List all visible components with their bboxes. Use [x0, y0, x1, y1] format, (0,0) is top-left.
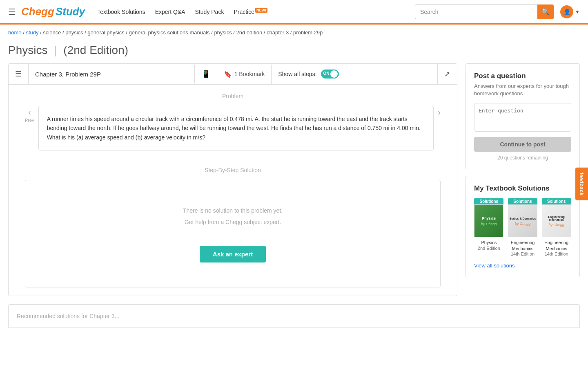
- chevron-down-icon: ▼: [575, 9, 580, 15]
- no-solution-line1: There is no solution to this problem yet…: [33, 205, 432, 216]
- sidebar: Post a question Answers from our experts…: [466, 63, 580, 277]
- view-all-solutions-link[interactable]: View all solutions: [474, 263, 514, 269]
- avatar: 👤: [560, 5, 573, 18]
- bottom-card-text: Recommended solutions for Chapter 3...: [17, 313, 571, 319]
- problem-text: A runner times his speed around a circul…: [38, 106, 434, 150]
- bottom-card: Recommended solutions for Chapter 3...: [8, 304, 580, 328]
- bookmark-count: 1 Bookmark: [234, 71, 265, 77]
- textbook-item-1[interactable]: Solutions Physics by Chegg Physics 2nd E…: [474, 198, 504, 256]
- next-arrow[interactable]: ›: [438, 106, 441, 117]
- problem-nav: ‹ Prev A runner times his speed around a…: [25, 106, 441, 150]
- bookmark-section[interactable]: 🔖 1 Bookmark: [217, 65, 272, 84]
- prev-label: Prev: [25, 118, 34, 123]
- book-image-2: Statics & Dynamics by Chegg: [508, 204, 537, 237]
- book-edition-3: 14th Edition: [545, 251, 568, 256]
- title-text: Physics: [8, 44, 47, 56]
- hamburger-menu[interactable]: ☰: [8, 7, 16, 17]
- search-icon: 🔍: [541, 8, 550, 16]
- ask-expert-button[interactable]: Ask an expert: [200, 246, 266, 263]
- book-title-1: Physics: [481, 240, 497, 245]
- breadcrumb: home / study / science / physics / gener…: [0, 25, 588, 40]
- breadcrumb-study[interactable]: study: [26, 29, 38, 36]
- book-image-1: Physics by Chegg: [474, 204, 503, 237]
- book-title-2: Engineering Mechanics: [508, 240, 538, 251]
- logo-chegg: Chegg: [21, 5, 54, 18]
- mobile-icon[interactable]: 📱: [195, 64, 217, 84]
- book-title-3: Engineering Mechanics: [541, 240, 571, 251]
- logo[interactable]: Chegg Study: [21, 5, 85, 18]
- post-question-subtitle: Answers from our experts for your tough …: [474, 83, 571, 97]
- title-edition: (2nd Edition): [63, 44, 128, 56]
- search-button[interactable]: 🔍: [537, 4, 554, 19]
- solution-box: There is no solution to this problem yet…: [25, 180, 441, 287]
- main-nav: Textbook Solutions Expert Q&A Study Pack…: [97, 8, 415, 15]
- bookmark-icon: 🔖: [224, 70, 232, 78]
- book-cover-3: Solutions Engineering Mechanics by Chegg: [542, 198, 571, 237]
- bottom-preview: Recommended solutions for Chapter 3...: [0, 304, 588, 328]
- toggle-switch[interactable]: ON: [321, 70, 339, 79]
- list-icon[interactable]: ☰: [9, 64, 29, 84]
- expand-icon[interactable]: ➚: [438, 64, 457, 84]
- solutions-badge-2: Solutions: [508, 198, 537, 204]
- next-nav[interactable]: ›: [438, 106, 441, 117]
- breadcrumb-separator: science / physics / general physics / ge…: [43, 29, 323, 36]
- search-input[interactable]: [415, 4, 537, 19]
- show-steps-section: Show all steps: ON: [272, 64, 438, 84]
- nav-study-pack[interactable]: Study Pack: [195, 9, 224, 15]
- book-edition-1: 2nd Edition: [478, 246, 500, 251]
- textbook-solutions-card: My Textbook Solutions Solutions Physics …: [466, 176, 580, 277]
- textbook-item-3[interactable]: Solutions Engineering Mechanics by Chegg…: [541, 198, 571, 256]
- solution-label: Step-by-step solution: [25, 167, 441, 173]
- main-layout: ☰ Chapter 3, Problem 29P 📱 🔖 1 Bookmark …: [0, 63, 588, 304]
- toggle-thumb: [330, 70, 338, 78]
- header: ☰ Chegg Study Textbook Solutions Expert …: [0, 0, 588, 25]
- toggle-track[interactable]: ON: [321, 70, 339, 79]
- new-badge: NEW!: [255, 8, 267, 13]
- user-area[interactable]: 👤 ▼: [560, 5, 580, 18]
- post-question-card: Post a question Answers from our experts…: [466, 63, 580, 169]
- problem-label: Problem: [25, 93, 441, 99]
- textbook-grid: Solutions Physics by Chegg Physics 2nd E…: [474, 198, 571, 256]
- book-cover-1: Solutions Physics by Chegg: [474, 198, 503, 237]
- book-cover-2: Solutions Statics & Dynamics by Chegg: [508, 198, 537, 237]
- nav-practice[interactable]: PracticeNEW!: [234, 8, 267, 15]
- prev-arrow[interactable]: ‹: [28, 106, 31, 117]
- continue-to-post-button[interactable]: Continue to post: [474, 137, 571, 152]
- title-pipe: |: [54, 44, 57, 56]
- toggle-on-label: ON: [323, 71, 330, 76]
- search-area: 🔍: [415, 4, 554, 19]
- nav-textbook-solutions[interactable]: Textbook Solutions: [97, 9, 145, 15]
- problem-section: Problem ‹ Prev A runner times his speed …: [9, 85, 457, 159]
- content-area: ☰ Chapter 3, Problem 29P 📱 🔖 1 Bookmark …: [8, 63, 457, 296]
- page-title: Physics | (2nd Edition): [0, 40, 588, 63]
- book-edition-2: 14th Edition: [511, 251, 535, 256]
- post-question-title: Post a question: [474, 72, 571, 80]
- prev-nav[interactable]: ‹ Prev: [25, 106, 34, 123]
- show-steps-label: Show all steps:: [278, 71, 316, 77]
- question-input[interactable]: [474, 103, 571, 132]
- no-solution-line2: Get help from a Chegg subject expert.: [33, 216, 432, 228]
- nav-expert-qa[interactable]: Expert Q&A: [155, 9, 185, 15]
- toolbar: ☰ Chapter 3, Problem 29P 📱 🔖 1 Bookmark …: [9, 64, 457, 85]
- breadcrumb-home[interactable]: home: [8, 29, 22, 36]
- feedback-tab[interactable]: feedback: [575, 168, 588, 200]
- textbook-item-2[interactable]: Solutions Statics & Dynamics by Chegg En…: [508, 198, 538, 256]
- questions-remaining: 20 questions remaining: [474, 155, 571, 161]
- my-textbooks-title: My Textbook Solutions: [474, 184, 571, 193]
- solutions-badge-3: Solutions: [542, 198, 571, 204]
- solution-section: Step-by-step solution There is no soluti…: [9, 159, 457, 296]
- chapter-label: Chapter 3, Problem 29P: [29, 65, 195, 83]
- logo-study: Study: [56, 5, 85, 18]
- solutions-badge-1: Solutions: [474, 198, 503, 204]
- book-image-3: Engineering Mechanics by Chegg: [542, 204, 571, 237]
